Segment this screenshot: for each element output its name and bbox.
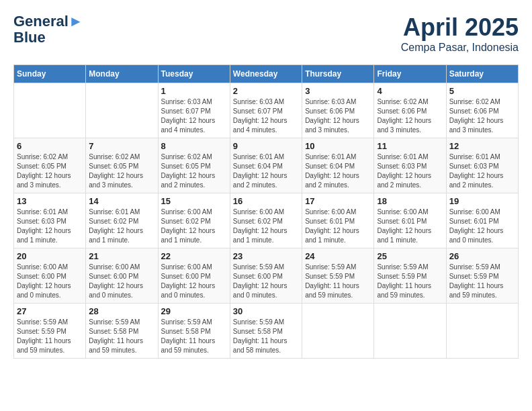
day-info: Sunrise: 6:02 AM Sunset: 6:06 PM Dayligh…	[449, 97, 515, 135]
calendar-cell: 26Sunrise: 5:59 AM Sunset: 5:59 PM Dayli…	[446, 248, 518, 304]
logo-text: General►Blue	[13, 13, 83, 46]
day-info: Sunrise: 5:59 AM Sunset: 6:00 PM Dayligh…	[233, 263, 299, 300]
day-number: 10	[305, 141, 371, 151]
day-info: Sunrise: 6:00 AM Sunset: 6:00 PM Dayligh…	[89, 263, 154, 300]
day-info: Sunrise: 6:02 AM Sunset: 6:05 PM Dayligh…	[17, 152, 83, 190]
day-number: 20	[17, 251, 83, 261]
day-info: Sunrise: 5:59 AM Sunset: 5:58 PM Dayligh…	[89, 318, 154, 355]
day-number: 3	[305, 86, 371, 96]
day-number: 9	[233, 141, 299, 151]
day-number: 18	[377, 196, 443, 206]
day-info: Sunrise: 5:59 AM Sunset: 5:59 PM Dayligh…	[17, 318, 83, 355]
day-number: 19	[449, 196, 515, 206]
day-number: 7	[89, 141, 154, 151]
logo: General►Blue	[13, 13, 83, 46]
page-title: April 2025	[401, 13, 519, 42]
day-info: Sunrise: 5:59 AM Sunset: 5:58 PM Dayligh…	[161, 318, 227, 355]
calendar-cell: 21Sunrise: 6:00 AM Sunset: 6:00 PM Dayli…	[86, 248, 158, 304]
day-number: 13	[17, 196, 83, 206]
calendar-week-2: 6Sunrise: 6:02 AM Sunset: 6:05 PM Daylig…	[14, 138, 519, 193]
col-header-thursday: Thursday	[302, 65, 374, 83]
calendar-cell: 10Sunrise: 6:01 AM Sunset: 6:04 PM Dayli…	[302, 138, 374, 193]
calendar-cell: 24Sunrise: 5:59 AM Sunset: 5:59 PM Dayli…	[302, 248, 374, 304]
calendar-cell: 19Sunrise: 6:00 AM Sunset: 6:01 PM Dayli…	[446, 193, 518, 248]
day-number: 21	[89, 251, 154, 261]
day-number: 17	[305, 196, 371, 206]
calendar-week-3: 13Sunrise: 6:01 AM Sunset: 6:03 PM Dayli…	[14, 193, 519, 248]
calendar-cell: 22Sunrise: 6:00 AM Sunset: 6:00 PM Dayli…	[158, 248, 230, 304]
day-info: Sunrise: 6:00 AM Sunset: 6:02 PM Dayligh…	[161, 208, 227, 245]
calendar-cell: 16Sunrise: 6:00 AM Sunset: 6:02 PM Dayli…	[230, 193, 302, 248]
calendar-cell: 4Sunrise: 6:02 AM Sunset: 6:06 PM Daylig…	[374, 83, 446, 138]
col-header-friday: Friday	[374, 65, 446, 83]
col-header-tuesday: Tuesday	[158, 65, 230, 83]
calendar-cell: 6Sunrise: 6:02 AM Sunset: 6:05 PM Daylig…	[14, 138, 86, 193]
calendar-cell: 12Sunrise: 6:01 AM Sunset: 6:03 PM Dayli…	[446, 138, 518, 193]
day-number: 24	[305, 251, 371, 261]
day-number: 4	[377, 86, 443, 96]
calendar-table: SundayMondayTuesdayWednesdayThursdayFrid…	[13, 64, 519, 359]
calendar-cell: 30Sunrise: 5:59 AM Sunset: 5:58 PM Dayli…	[230, 304, 302, 359]
day-number: 27	[17, 306, 83, 316]
day-number: 11	[377, 141, 443, 151]
calendar-cell: 13Sunrise: 6:01 AM Sunset: 6:03 PM Dayli…	[14, 193, 86, 248]
day-info: Sunrise: 6:00 AM Sunset: 6:02 PM Dayligh…	[233, 208, 299, 245]
calendar-cell: 25Sunrise: 5:59 AM Sunset: 5:59 PM Dayli…	[374, 248, 446, 304]
day-info: Sunrise: 5:59 AM Sunset: 5:59 PM Dayligh…	[377, 263, 443, 300]
calendar-cell: 2Sunrise: 6:03 AM Sunset: 6:07 PM Daylig…	[230, 83, 302, 138]
title-block: April 2025 Cempa Pasar, Indonesia	[401, 13, 519, 54]
calendar-week-1: 1Sunrise: 6:03 AM Sunset: 6:07 PM Daylig…	[14, 83, 519, 138]
calendar-cell: 14Sunrise: 6:01 AM Sunset: 6:02 PM Dayli…	[86, 193, 158, 248]
calendar-cell: 29Sunrise: 5:59 AM Sunset: 5:58 PM Dayli…	[158, 304, 230, 359]
day-number: 6	[17, 141, 83, 151]
day-number: 26	[449, 251, 515, 261]
day-number: 29	[161, 306, 227, 316]
calendar-cell: 7Sunrise: 6:02 AM Sunset: 6:05 PM Daylig…	[86, 138, 158, 193]
day-info: Sunrise: 6:01 AM Sunset: 6:03 PM Dayligh…	[17, 208, 83, 245]
day-info: Sunrise: 6:01 AM Sunset: 6:03 PM Dayligh…	[449, 152, 515, 190]
day-info: Sunrise: 5:59 AM Sunset: 5:59 PM Dayligh…	[305, 263, 371, 300]
day-info: Sunrise: 6:03 AM Sunset: 6:07 PM Dayligh…	[161, 97, 227, 135]
calendar-cell: 23Sunrise: 5:59 AM Sunset: 6:00 PM Dayli…	[230, 248, 302, 304]
col-header-monday: Monday	[86, 65, 158, 83]
day-number: 28	[89, 306, 154, 316]
day-info: Sunrise: 6:02 AM Sunset: 6:06 PM Dayligh…	[377, 97, 443, 135]
calendar-cell: 27Sunrise: 5:59 AM Sunset: 5:59 PM Dayli…	[14, 304, 86, 359]
calendar-cell: 28Sunrise: 5:59 AM Sunset: 5:58 PM Dayli…	[86, 304, 158, 359]
day-info: Sunrise: 6:00 AM Sunset: 6:00 PM Dayligh…	[161, 263, 227, 300]
day-number: 16	[233, 196, 299, 206]
calendar-cell: 8Sunrise: 6:02 AM Sunset: 6:05 PM Daylig…	[158, 138, 230, 193]
day-number: 12	[449, 141, 515, 151]
calendar-cell	[374, 304, 446, 359]
calendar-cell	[446, 304, 518, 359]
calendar-cell: 11Sunrise: 6:01 AM Sunset: 6:03 PM Dayli…	[374, 138, 446, 193]
day-info: Sunrise: 6:01 AM Sunset: 6:04 PM Dayligh…	[233, 152, 299, 190]
day-info: Sunrise: 6:00 AM Sunset: 6:01 PM Dayligh…	[449, 208, 515, 245]
day-number: 1	[161, 86, 227, 96]
day-number: 2	[233, 86, 299, 96]
day-number: 22	[161, 251, 227, 261]
calendar-cell: 5Sunrise: 6:02 AM Sunset: 6:06 PM Daylig…	[446, 83, 518, 138]
calendar-cell: 9Sunrise: 6:01 AM Sunset: 6:04 PM Daylig…	[230, 138, 302, 193]
day-number: 30	[233, 306, 299, 316]
calendar-cell: 17Sunrise: 6:00 AM Sunset: 6:01 PM Dayli…	[302, 193, 374, 248]
day-info: Sunrise: 6:03 AM Sunset: 6:07 PM Dayligh…	[233, 97, 299, 135]
calendar-week-4: 20Sunrise: 6:00 AM Sunset: 6:00 PM Dayli…	[14, 248, 519, 304]
day-info: Sunrise: 6:02 AM Sunset: 6:05 PM Dayligh…	[161, 152, 227, 190]
day-info: Sunrise: 6:02 AM Sunset: 6:05 PM Dayligh…	[89, 152, 154, 190]
col-header-saturday: Saturday	[446, 65, 518, 83]
calendar-header-row: SundayMondayTuesdayWednesdayThursdayFrid…	[14, 65, 519, 83]
day-info: Sunrise: 6:01 AM Sunset: 6:03 PM Dayligh…	[377, 152, 443, 190]
day-number: 8	[161, 141, 227, 151]
day-info: Sunrise: 5:59 AM Sunset: 5:59 PM Dayligh…	[449, 263, 515, 300]
day-number: 25	[377, 251, 443, 261]
day-number: 14	[89, 196, 154, 206]
day-info: Sunrise: 6:01 AM Sunset: 6:02 PM Dayligh…	[89, 208, 154, 245]
day-info: Sunrise: 6:01 AM Sunset: 6:04 PM Dayligh…	[305, 152, 371, 190]
col-header-wednesday: Wednesday	[230, 65, 302, 83]
page-subtitle: Cempa Pasar, Indonesia	[401, 42, 519, 54]
col-header-sunday: Sunday	[14, 65, 86, 83]
day-number: 5	[449, 86, 515, 96]
calendar-cell: 20Sunrise: 6:00 AM Sunset: 6:00 PM Dayli…	[14, 248, 86, 304]
calendar-cell	[302, 304, 374, 359]
